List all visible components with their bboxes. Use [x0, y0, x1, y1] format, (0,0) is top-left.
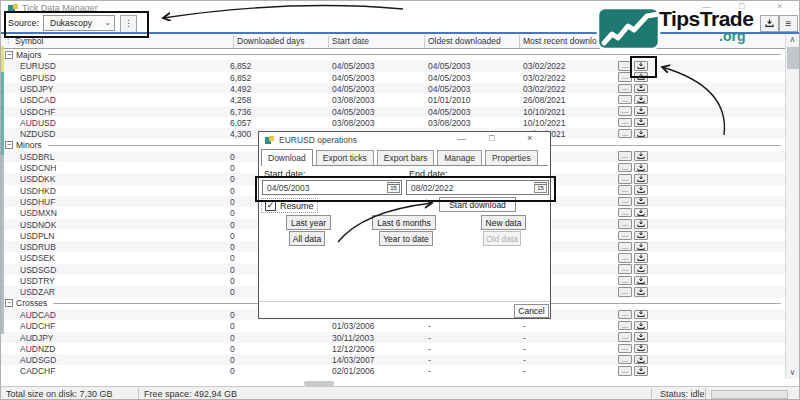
oldest-downloaded-cell: -: [428, 344, 431, 354]
row-more-button[interactable]: …: [618, 355, 632, 365]
row-more-button[interactable]: …: [618, 129, 632, 139]
row-download-button[interactable]: [634, 242, 648, 252]
row-more-button[interactable]: …: [618, 366, 632, 376]
row-more-button[interactable]: …: [618, 344, 632, 354]
table-row[interactable]: EURUSD 6,852 04/05/2003 04/05/2003 03/02…: [1, 60, 785, 71]
tab-export-ticks[interactable]: Export ticks: [316, 150, 374, 165]
table-row[interactable]: AUDJPY 0 30/11/2003 - - …: [1, 332, 785, 343]
start-date-cell: 02/01/2006: [332, 366, 375, 376]
calendar-icon[interactable]: 15: [534, 182, 547, 193]
row-download-button[interactable]: [634, 129, 648, 139]
symbol-cell: USDCNH: [20, 163, 56, 173]
row-download-button[interactable]: [634, 264, 648, 274]
row-more-button[interactable]: …: [618, 310, 632, 320]
table-group-row[interactable]: − Majors: [1, 49, 785, 60]
row-download-button[interactable]: [634, 84, 648, 94]
row-download-button[interactable]: [634, 321, 648, 331]
downloaded-days-cell: 0: [230, 333, 235, 343]
table-row[interactable]: USDCHF 6,736 04/05/2003 04/05/2003 10/10…: [1, 106, 785, 117]
row-download-button[interactable]: [634, 174, 648, 184]
row-download-button[interactable]: [634, 366, 648, 376]
downloaded-days-cell: 0: [230, 253, 235, 263]
table-row[interactable]: AUDNZD 0 12/12/2006 - - …: [1, 343, 785, 354]
row-more-button[interactable]: …: [618, 264, 632, 274]
row-download-button[interactable]: [634, 163, 648, 173]
row-download-button[interactable]: [634, 95, 648, 105]
row-download-button[interactable]: [634, 332, 648, 342]
row-download-button[interactable]: [634, 219, 648, 229]
dialog-maximize-button[interactable]: □: [489, 133, 494, 143]
row-download-button[interactable]: [634, 231, 648, 241]
row-download-button[interactable]: [634, 185, 648, 195]
row-more-button[interactable]: …: [618, 118, 632, 128]
row-download-button[interactable]: [634, 61, 648, 71]
row-download-button[interactable]: [634, 344, 648, 354]
calendar-icon[interactable]: 15: [387, 182, 400, 193]
start-date-input[interactable]: 04/05/2003 15: [262, 180, 402, 195]
downloaded-days-cell: 6,057: [230, 118, 251, 128]
row-download-button[interactable]: [634, 118, 648, 128]
all-data-button[interactable]: All data: [289, 231, 325, 246]
row-more-button[interactable]: …: [618, 276, 632, 286]
row-more-button[interactable]: …: [618, 219, 632, 229]
row-more-button[interactable]: …: [618, 72, 632, 82]
scroll-down-arrow[interactable]: ∨: [785, 367, 800, 379]
cancel-button[interactable]: Cancel: [514, 304, 549, 318]
row-more-button[interactable]: …: [618, 321, 632, 331]
row-more-button[interactable]: …: [618, 242, 632, 252]
row-more-button[interactable]: …: [618, 84, 632, 94]
dialog-close-button[interactable]: ×: [527, 133, 532, 143]
download-icon: [637, 84, 645, 92]
table-row[interactable]: USDJPY 4,492 04/05/2003 04/05/2003 03/02…: [1, 83, 785, 94]
tab-download[interactable]: Download: [261, 149, 313, 166]
row-more-button[interactable]: …: [618, 208, 632, 218]
table-row[interactable]: USDCAD 4,258 03/08/2003 01/01/2010 26/08…: [1, 94, 785, 105]
row-download-button[interactable]: [634, 276, 648, 286]
row-more-button[interactable]: …: [618, 287, 632, 297]
row-download-button[interactable]: [634, 197, 648, 207]
scroll-up-arrow[interactable]: ∧: [785, 34, 800, 46]
tab-manage[interactable]: Manage: [437, 150, 482, 165]
row-download-button[interactable]: [634, 287, 648, 297]
table-row[interactable]: AUDCHF 0 01/03/2006 - - …: [1, 320, 785, 331]
dialog-minimize-button[interactable]: —: [457, 134, 466, 144]
collapse-icon[interactable]: −: [5, 299, 13, 307]
row-more-button[interactable]: …: [618, 61, 632, 71]
row-download-button[interactable]: [634, 310, 648, 320]
row-more-button[interactable]: …: [618, 231, 632, 241]
row-more-button[interactable]: …: [618, 95, 632, 105]
table-row[interactable]: AUDUSD 6,057 03/08/2003 03/08/2003 10/10…: [1, 117, 785, 128]
row-download-button[interactable]: [634, 355, 648, 365]
row-download-button[interactable]: [634, 106, 648, 116]
tab-export-bars[interactable]: Export bars: [377, 150, 434, 165]
tab-properties[interactable]: Properties: [485, 150, 538, 165]
last-year-button[interactable]: Last year: [286, 215, 331, 230]
row-more-button[interactable]: …: [618, 106, 632, 116]
row-download-button[interactable]: [634, 72, 648, 82]
collapse-icon[interactable]: −: [5, 141, 13, 149]
scrollbar-thumb[interactable]: [787, 47, 799, 69]
row-more-button[interactable]: …: [618, 174, 632, 184]
table-row[interactable]: GBPUSD 6,852 04/05/2003 04/05/2003 03/02…: [1, 72, 785, 83]
resume-checkbox[interactable]: ✓ Resume: [262, 199, 317, 212]
row-more-button[interactable]: …: [618, 185, 632, 195]
row-download-button[interactable]: [634, 151, 648, 161]
table-row[interactable]: AUDSGD 0 14/03/2007 - - …: [1, 354, 785, 365]
row-more-button[interactable]: …: [618, 253, 632, 263]
last-6-months-button[interactable]: Last 6 months: [372, 215, 436, 230]
table-row[interactable]: CADCHF 0 02/01/2006 - - …: [1, 365, 785, 376]
row-more-button[interactable]: …: [618, 151, 632, 161]
row-more-button[interactable]: …: [618, 163, 632, 173]
vertical-scrollbar[interactable]: [785, 34, 800, 379]
new-data-button[interactable]: New data: [481, 215, 526, 230]
downloaded-days-cell: 0: [230, 231, 235, 241]
row-download-button[interactable]: [634, 253, 648, 263]
row-download-button[interactable]: [634, 208, 648, 218]
start-download-button[interactable]: Start download: [439, 197, 516, 212]
end-date-input[interactable]: 08/02/2022 15: [406, 180, 549, 195]
row-more-button[interactable]: …: [618, 197, 632, 207]
year-to-date-button[interactable]: Year to date: [379, 231, 433, 246]
row-more-button[interactable]: …: [618, 332, 632, 342]
old-data-button[interactable]: Old data: [483, 231, 521, 246]
collapse-icon[interactable]: −: [5, 51, 13, 59]
